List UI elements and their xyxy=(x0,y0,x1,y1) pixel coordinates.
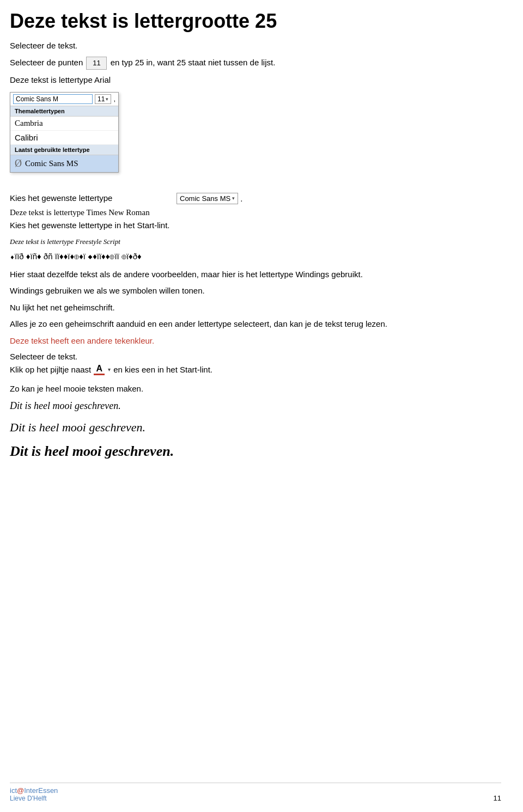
footer-page: 11 xyxy=(494,794,501,802)
section-red: Deze tekst heeft een andere tekenkleur. xyxy=(10,336,501,345)
freestyle-label: Deze tekst is lettertype Freestyle Scrip… xyxy=(10,237,501,246)
section-freestyle: Deze tekst is lettertype Freestyle Scrip… xyxy=(10,237,501,246)
after-dropdown-arrow: ▾ xyxy=(232,196,235,201)
font-dropdown-top: Comic Sans M 11 ▾ , xyxy=(10,93,118,106)
font-dropdown-area: Comic Sans M 11 ▾ , Themalettertypen Cam… xyxy=(10,92,501,204)
font-dropdown-popup[interactable]: Comic Sans M 11 ▾ , Themalettertypen Cam… xyxy=(10,92,119,173)
choose-label-2: Kies het gewenste lettertype in het Star… xyxy=(10,221,501,230)
red-text-label: Deze tekst heeft een andere tekenkleur. xyxy=(10,336,501,345)
font-dropdown-left: Comic Sans M 11 ▾ , Themalettertypen Cam… xyxy=(10,92,168,173)
klik-prefix: Klik op het pijltje naast xyxy=(10,365,91,374)
para-punten: Selecteer de punten 11 en typ 25 in, wan… xyxy=(10,57,501,70)
handwriting-2: Dit is heel mooi geschreven. xyxy=(10,420,501,435)
font-comic-label: Comic Sans MS xyxy=(25,159,78,168)
punten-box: 11 xyxy=(86,57,107,70)
font-calibri[interactable]: Calibri xyxy=(10,131,118,145)
arial-label: Deze tekst is lettertype Arial xyxy=(10,75,501,84)
section-handwriting: Dit is heel mooi geschreven. Dit is heel… xyxy=(10,400,501,460)
section-zo: Zo kan je heel mooie teksten maken. xyxy=(10,383,501,395)
size-arrow-icon: ▾ xyxy=(106,96,108,102)
kies-label-1: Kies het gewenste lettertype xyxy=(10,193,112,203)
handwriting-1: Dit is heel mooi geschreven. xyxy=(10,400,501,412)
footer-ict: ict xyxy=(10,786,17,795)
section-hier: Hier staat dezelfde tekst als de andere … xyxy=(10,268,501,331)
kies-row-1: Kies het gewenste lettertype xyxy=(10,193,501,203)
section-windings-text: ⬧ïïð ♦ïñ♦ ðñ ïï♦♦ï♦⊕♦ï ◆♦ïï♦♦⊕ïï ⊕ï♦ð♦ xyxy=(10,252,501,261)
hier-para-1: Hier staat dezelfde tekst als de andere … xyxy=(10,268,501,281)
a-underline xyxy=(94,374,105,375)
section-arial: Deze tekst is lettertype Arial xyxy=(10,75,501,84)
footer-logo: ict@InterEssen xyxy=(10,786,58,795)
windings-text: ⬧ïïð ♦ïñ♦ ðñ ïï♦♦ï♦⊕♦ï ◆♦ïï♦♦⊕ïï ⊕ï♦ð♦ xyxy=(10,252,501,261)
font-color-button[interactable]: A xyxy=(94,364,105,375)
section-1: Selecteer de tekst. Selecteer de punten … xyxy=(10,40,501,69)
klik-suffix: en kies een in het Start-lint. xyxy=(113,365,212,374)
hier-para-4: Alles je zo een geheimschrift aanduid en… xyxy=(10,318,501,331)
selecteer-2: Selecteer de tekst. xyxy=(10,352,501,361)
font-name-field[interactable]: Comic Sans M xyxy=(13,94,93,104)
page-title: Deze tekst is lettergrootte 25 xyxy=(10,10,501,32)
after-font-name: Comic Sans MS xyxy=(180,194,230,203)
font-cambria[interactable]: Cambria xyxy=(10,117,118,131)
footer-essen: Essen xyxy=(38,786,58,795)
footer: ict@InterEssen Lieve D'Helft 11 xyxy=(10,783,501,802)
times-label: Deze tekst is lettertype Times New Roman xyxy=(10,208,501,217)
hier-para-3: Nu lijkt het net geheimschrift. xyxy=(10,302,501,314)
para-punten-prefix: Selecteer de punten xyxy=(10,58,83,67)
klik-row: Klik op het pijltje naast A ▾ en kies ee… xyxy=(10,364,501,375)
zo-kan-para: Zo kan je heel mooie teksten maken. xyxy=(10,383,501,395)
period-label: . xyxy=(240,194,242,203)
footer-inter: Inter xyxy=(24,786,38,795)
handwriting-3: Dit is heel mooi geschreven. xyxy=(10,443,501,460)
font-size-field[interactable]: 11 ▾ xyxy=(95,94,111,104)
color-dropdown-arrow[interactable]: ▾ xyxy=(108,367,111,373)
font-comic-sans[interactable]: Ø Comic Sans MS xyxy=(10,155,118,172)
footer-left: ict@InterEssen Lieve D'Helft xyxy=(10,786,58,802)
recent-fonts-header: Laatst gebruikte lettertype xyxy=(10,145,118,155)
para-selecteer-1: Selecteer de tekst. xyxy=(10,40,501,52)
footer-at: @ xyxy=(17,786,24,795)
after-dropdown: Comic Sans MS ▾ . xyxy=(174,193,242,204)
footer-author: Lieve D'Helft xyxy=(10,795,58,802)
a-letter: A xyxy=(96,364,102,373)
para-punten-suffix: en typ 25 in, want 25 staat niet tussen … xyxy=(111,58,276,67)
comma: , xyxy=(113,95,115,103)
font-size-after-dropdown[interactable]: Comic Sans MS ▾ xyxy=(177,193,238,204)
comic-icon: Ø xyxy=(15,158,22,169)
section-times: Deze tekst is lettertype Times New Roman… xyxy=(10,208,501,230)
theme-fonts-header: Themalettertypen xyxy=(10,106,118,117)
section-color: Selecteer de tekst. Klik op het pijltje … xyxy=(10,352,501,375)
hier-para-2: Windings gebruiken we als we symbolen wi… xyxy=(10,285,501,297)
